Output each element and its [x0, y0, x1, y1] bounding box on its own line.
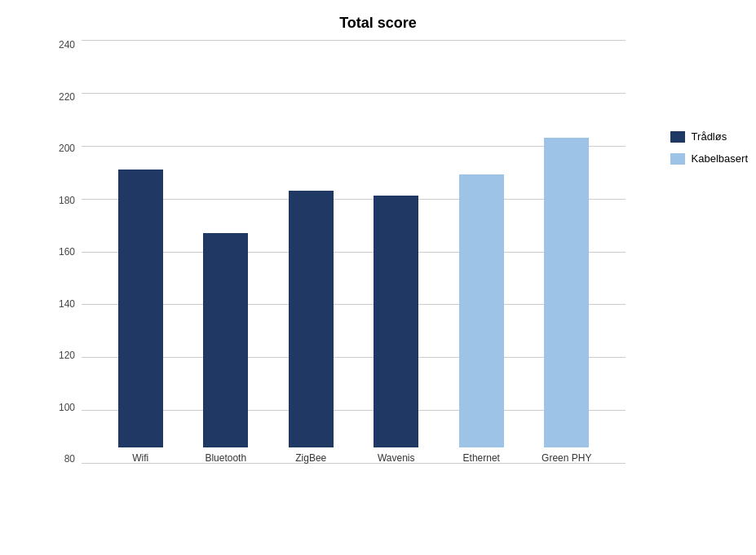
bar [374, 196, 418, 447]
y-axis-label: 120 [59, 350, 75, 360]
bar-x-label: Bluetooth [205, 452, 246, 464]
legend-item: Trådløs [670, 130, 748, 143]
y-axis-label: 240 [59, 40, 75, 50]
bar [544, 138, 589, 447]
chart-container: Total score 80100120140160180200220240 W… [0, 0, 756, 555]
bar-group: Wifi [98, 170, 183, 464]
y-axis-label: 220 [59, 92, 75, 102]
y-axis-label: 160 [59, 247, 75, 257]
legend-label: Trådløs [692, 130, 727, 143]
y-axis-label: 180 [59, 196, 75, 205]
bar-x-label: Wavenis [378, 452, 415, 464]
legend-swatch [670, 131, 685, 143]
y-axis-label: 80 [64, 454, 75, 464]
y-axis-label: 140 [59, 299, 75, 309]
chart-title: Total score [0, 0, 756, 40]
bar [459, 174, 504, 447]
y-axis-label: 200 [59, 143, 75, 153]
bar-x-label: Ethernet [463, 452, 500, 464]
grid-and-bars: WifiBluetoothZigBeeWavenisEthernetGreen … [82, 40, 626, 464]
bar-x-label: Wifi [132, 452, 148, 464]
bar [203, 233, 248, 447]
y-axis: 80100120140160180200220240 [45, 40, 82, 464]
bar-group: Green PHY [524, 138, 610, 464]
bar-x-label: ZigBee [295, 452, 326, 464]
bar [289, 191, 334, 447]
bar-group: ZigBee [268, 191, 354, 464]
legend-label: Kabelbasert [692, 152, 748, 165]
bar-group: Wavenis [354, 196, 440, 464]
legend-swatch [670, 153, 685, 165]
bar-group: Bluetooth [183, 233, 269, 464]
legend-item: Kabelbasert [670, 152, 748, 165]
chart-area: 80100120140160180200220240 WifiBluetooth… [45, 40, 626, 496]
bar [118, 170, 163, 447]
bar-x-label: Green PHY [542, 452, 591, 464]
bars-row: WifiBluetoothZigBeeWavenisEthernetGreen … [82, 40, 626, 464]
legend: TrådløsKabelbasert [670, 130, 748, 165]
bar-group: Ethernet [439, 174, 524, 464]
y-axis-label: 100 [59, 403, 75, 412]
